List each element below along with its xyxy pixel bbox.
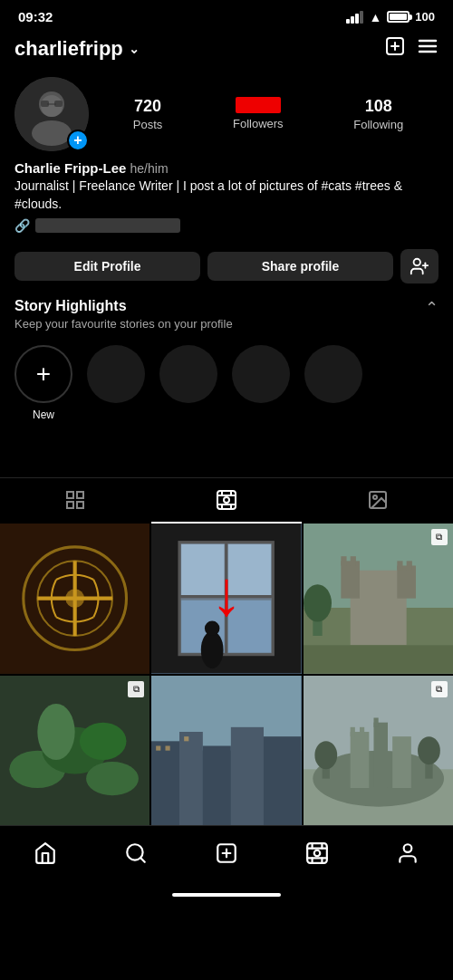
svg-rect-20	[217, 491, 236, 509]
action-buttons: Edit Profile Share profile	[0, 242, 453, 291]
svg-rect-19	[77, 502, 83, 508]
svg-rect-72	[264, 736, 301, 825]
following-label: Following	[353, 118, 403, 131]
status-icons: ▲ 100	[346, 10, 435, 24]
highlight-plus-icon: +	[36, 360, 51, 389]
posts-stat[interactable]: 720 Posts	[133, 97, 163, 132]
svg-rect-55	[397, 562, 402, 571]
photo-cell-2[interactable]	[151, 524, 301, 673]
home-bar	[172, 893, 281, 897]
svg-point-29	[373, 495, 377, 499]
svg-rect-70	[203, 745, 231, 825]
svg-rect-56	[406, 562, 411, 571]
highlights-row: + New	[14, 336, 439, 425]
tab-tagged[interactable]	[302, 478, 453, 524]
add-person-button[interactable]	[400, 249, 439, 283]
svg-rect-53	[341, 557, 346, 566]
svg-rect-42	[228, 600, 272, 653]
nav-add[interactable]	[204, 835, 249, 871]
header: charliefripp ⌄	[0, 30, 453, 72]
followers-bar	[236, 97, 281, 113]
nav-search[interactable]	[113, 835, 159, 871]
nav-reels[interactable]	[294, 835, 340, 871]
username-area[interactable]: charliefripp ⌄	[14, 37, 140, 61]
svg-rect-17	[77, 492, 83, 498]
svg-rect-52	[397, 566, 416, 599]
svg-rect-12	[47, 103, 56, 105]
svg-point-63	[86, 762, 139, 795]
svg-point-13	[414, 259, 420, 265]
highlights-text: Story Highlights Keep your favourite sto…	[14, 298, 233, 332]
home-indicator	[0, 889, 453, 902]
avatar-container: +	[14, 77, 89, 151]
tab-grid[interactable]	[0, 478, 151, 524]
stats-area: 720 Posts Followers 108 Following	[98, 97, 439, 132]
svg-point-64	[37, 704, 74, 760]
link-icon: 🔗	[14, 218, 30, 233]
highlight-new-circle: +	[14, 345, 72, 403]
edit-profile-button[interactable]: Edit Profile	[14, 252, 200, 281]
svg-rect-79	[350, 732, 369, 788]
svg-rect-39	[181, 544, 225, 597]
highlight-2-circle	[159, 345, 217, 403]
nav-profile[interactable]	[385, 835, 430, 871]
svg-rect-80	[373, 722, 387, 787]
signal-icon	[346, 11, 363, 24]
svg-point-65	[80, 722, 127, 759]
svg-rect-18	[67, 502, 73, 508]
svg-rect-81	[392, 736, 411, 788]
photo-cell-6[interactable]: ⧉	[304, 676, 453, 825]
highlight-4[interactable]	[304, 345, 362, 421]
highlights-subtitle: Keep your favourite stories on your prof…	[14, 316, 233, 332]
highlight-3-circle	[232, 345, 290, 403]
posts-count: 720	[133, 97, 163, 116]
followers-label: Followers	[233, 117, 284, 130]
svg-rect-59	[304, 646, 453, 674]
svg-point-58	[304, 585, 332, 622]
photo-cell-1[interactable]	[0, 524, 149, 673]
avatar-add-button[interactable]: +	[67, 130, 89, 151]
multi-post-icon-2: ⧉	[128, 681, 144, 697]
highlight-new-label: New	[33, 408, 54, 421]
svg-rect-71	[231, 727, 264, 825]
photo-grid: ⧉ ⧉	[0, 524, 453, 825]
highlight-new[interactable]: + New	[14, 345, 72, 421]
highlight-3[interactable]	[232, 345, 290, 421]
highlight-2[interactable]	[159, 345, 217, 421]
following-stat[interactable]: 108 Following	[353, 97, 403, 132]
profile-name: Charlie Fripp-Lee he/him	[14, 160, 439, 176]
battery-level: 100	[415, 10, 435, 24]
time: 09:32	[18, 9, 53, 24]
photo-cell-4[interactable]: ⧉	[0, 676, 149, 825]
highlight-1[interactable]	[87, 345, 145, 421]
header-actions	[384, 35, 439, 62]
multi-post-icon-3: ⧉	[431, 681, 448, 697]
menu-icon[interactable]	[417, 35, 439, 62]
svg-point-46	[201, 631, 224, 668]
posts-label: Posts	[133, 118, 163, 131]
svg-point-8	[32, 120, 72, 146]
highlights-section: Story Highlights Keep your favourite sto…	[0, 291, 453, 432]
add-post-icon[interactable]	[384, 35, 406, 62]
photo-cell-5[interactable]	[151, 676, 301, 825]
highlights-title: Story Highlights	[14, 298, 233, 314]
svg-rect-16	[67, 492, 73, 498]
content-tabs	[0, 477, 453, 524]
share-profile-button[interactable]: Share profile	[207, 252, 393, 281]
profile-link[interactable]: 🔗	[14, 218, 439, 233]
svg-point-47	[205, 621, 220, 637]
tab-reels[interactable]	[151, 478, 303, 524]
highlights-collapse-icon[interactable]: ⌃	[425, 298, 439, 318]
photo-cell-3[interactable]: ⧉	[304, 524, 453, 673]
svg-rect-84	[373, 717, 378, 726]
bottom-nav	[0, 825, 453, 889]
nav-home[interactable]	[23, 835, 68, 871]
svg-point-21	[224, 497, 229, 503]
svg-rect-69	[179, 732, 203, 825]
svg-point-95	[314, 850, 321, 857]
svg-point-102	[404, 844, 412, 852]
svg-point-88	[418, 736, 440, 764]
svg-point-35	[65, 590, 84, 609]
profile-bio: Journalist | Freelance Writer | I post a…	[14, 178, 439, 213]
followers-stat[interactable]: Followers	[233, 97, 284, 132]
